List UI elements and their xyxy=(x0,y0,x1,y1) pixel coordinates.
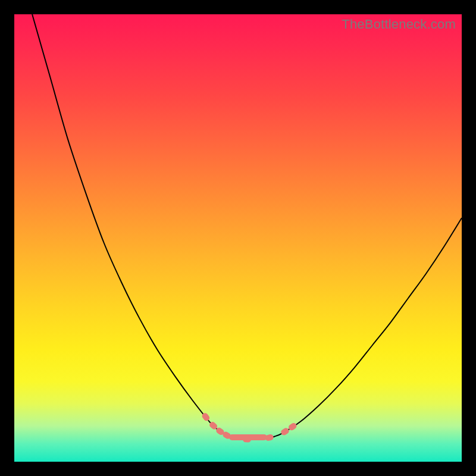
bottleneck-curve xyxy=(32,14,462,440)
salmon-markers xyxy=(201,412,298,443)
chart-frame: TheBottleneck.com xyxy=(14,14,462,462)
salmon-bottom-bar xyxy=(229,434,267,440)
curve-svg xyxy=(14,14,462,462)
salmon-dash xyxy=(280,427,290,436)
